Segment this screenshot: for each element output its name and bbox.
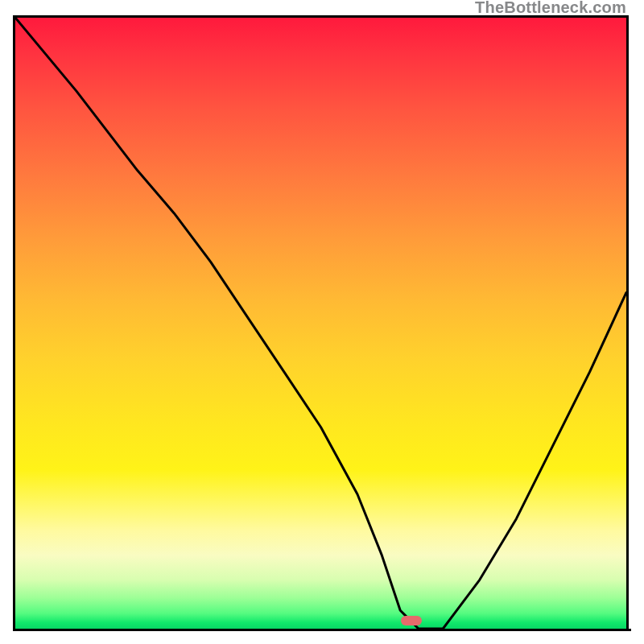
optimal-marker bbox=[401, 616, 422, 625]
y-axis bbox=[13, 15, 15, 631]
watermark-text: TheBottleneck.com bbox=[475, 0, 626, 17]
chart-container: TheBottleneck.com bbox=[0, 0, 644, 644]
plot-area bbox=[15, 15, 629, 629]
curve-layer bbox=[15, 18, 626, 629]
x-axis bbox=[13, 629, 631, 631]
bottleneck-curve bbox=[15, 18, 626, 629]
